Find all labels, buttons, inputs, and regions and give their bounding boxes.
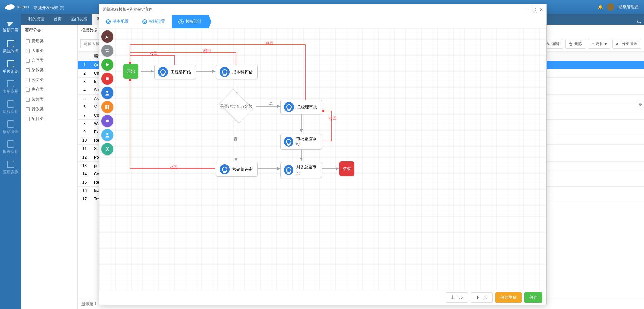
close-icon[interactable]: ✕ (540, 7, 543, 12)
modal-title: 编辑流程模板-报价审批流程 (103, 7, 152, 12)
step-design[interactable]: ③模板设计 (172, 15, 209, 25)
step-permission[interactable]: 权限设置 (136, 15, 172, 25)
maximize-icon[interactable]: ⛶ (532, 7, 536, 12)
check-icon (142, 19, 147, 24)
flow-editor-modal: 编辑流程模板-报价审批流程 — ⛶ ✕ 基本配置 权限设置 ③模板设计 (99, 4, 547, 25)
minimize-icon[interactable]: — (524, 7, 528, 12)
step-num: ③ (178, 19, 184, 24)
step-basic[interactable]: 基本配置 (99, 15, 136, 25)
modal-header: 编辑流程模板-报价审批流程 — ⛶ ✕ (99, 4, 546, 15)
wizard-steps: 基本配置 权限设置 ③模板设计 (99, 15, 546, 25)
check-icon (106, 19, 111, 24)
